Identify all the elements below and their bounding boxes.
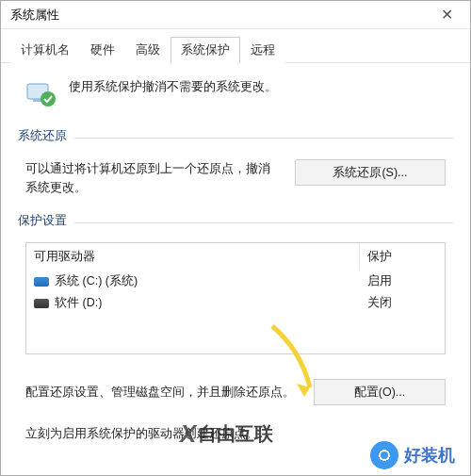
intro-text: 使用系统保护撤消不需要的系统更改。 (69, 76, 277, 95)
tab-advanced[interactable]: 高级 (125, 37, 171, 63)
drives-table-body: 系统 (C:) (系统) 启用 软件 (D:) 关闭 (26, 271, 445, 353)
intro: 使用系统保护撤消不需要的系统更改。 (18, 76, 453, 110)
col-header-protection: 保护 (360, 243, 445, 271)
system-restore-row: 可以通过将计算机还原到上一个还原点，撤消系统更改。 系统还原(S)... (18, 157, 453, 212)
watermark-ziyouhulian-text: 自由互联 (198, 421, 273, 447)
svg-point-2 (41, 91, 56, 107)
system-restore-button[interactable]: 系统还原(S)... (295, 159, 446, 186)
drive-protection: 关闭 (360, 292, 445, 314)
tab-computer-name[interactable]: 计算机名 (10, 37, 80, 63)
watermark-ziyouhulian: X 自由互联 (180, 419, 273, 449)
watermark-haozhuangji-text: 好装机 (404, 444, 455, 467)
close-icon[interactable]: ✕ (433, 6, 461, 24)
table-row[interactable]: 软件 (D:) 关闭 (26, 292, 445, 314)
configure-desc: 配置还原设置、管理磁盘空间，并且删除还原点。 (25, 384, 297, 401)
titlebar: 系统属性 ✕ (1, 1, 470, 29)
watermark-haozhuangji: 好装机 (370, 441, 455, 469)
divider (74, 222, 453, 223)
system-restore-desc: 可以通过将计算机还原到上一个还原点，撤消系统更改。 (25, 159, 278, 197)
watermark-x-icon: X (180, 419, 194, 449)
drive-protection: 启用 (360, 271, 445, 292)
tab-body: 使用系统保护撤消不需要的系统更改。 系统还原 可以通过将计算机还原到上一个还原点… (1, 63, 470, 460)
watermark-ring-icon (370, 441, 398, 469)
table-row[interactable]: 系统 (C:) (系统) 启用 (26, 271, 445, 292)
dialog-title: 系统属性 (10, 7, 59, 24)
system-drive-icon (34, 277, 49, 287)
group-system-restore-title: 系统还原 (18, 127, 67, 144)
system-protection-icon (24, 76, 57, 110)
group-protection-title: 保护设置 (18, 212, 67, 229)
drive-name: 系统 (C:) (系统) (55, 273, 138, 289)
tab-strip: 计算机名 硬件 高级 系统保护 远程 (1, 29, 470, 63)
tab-remote[interactable]: 远程 (240, 37, 285, 63)
group-protection-header: 保护设置 (18, 212, 453, 233)
drives-table-header: 可用驱动器 保护 (26, 243, 445, 271)
drive-name: 软件 (D:) (55, 295, 102, 311)
configure-row: 配置还原设置、管理磁盘空间，并且删除还原点。 配置(O)... (18, 354, 453, 415)
configure-button[interactable]: 配置(O)... (314, 379, 446, 405)
data-drive-icon (34, 299, 49, 308)
system-properties-dialog: 系统属性 ✕ 计算机名 硬件 高级 系统保护 远程 使用系统保护撤消不需要的系统… (0, 0, 471, 476)
divider (74, 138, 453, 139)
tab-system-protection[interactable]: 系统保护 (171, 37, 240, 63)
col-header-drive: 可用驱动器 (26, 243, 360, 271)
drives-table: 可用驱动器 保护 系统 (C:) (系统) 启用 软件 (D:) 关闭 (25, 242, 446, 354)
tab-hardware[interactable]: 硬件 (80, 37, 125, 63)
group-system-restore-header: 系统还原 (18, 127, 453, 148)
